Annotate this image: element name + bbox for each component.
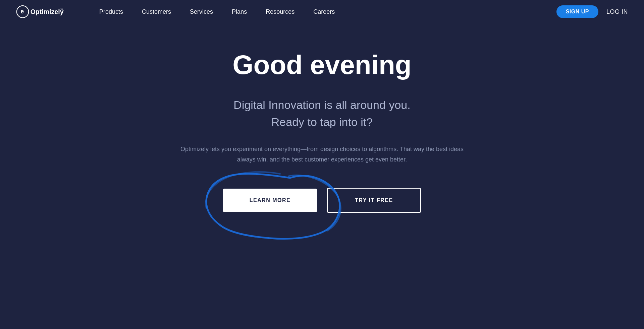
hero-subtitle: Digital Innovation is all around you. Re…	[233, 96, 410, 131]
nav-item-plans[interactable]: Plans	[222, 0, 256, 23]
optimizely-logo: e Optimizely ™	[16, 4, 70, 19]
svg-text:Optimizely: Optimizely	[31, 8, 64, 15]
signup-button[interactable]: SIGN UP	[556, 5, 598, 18]
nav-item-services[interactable]: Services	[180, 0, 222, 23]
hero-section: Good evening Digital Innovation is all a…	[0, 23, 644, 233]
hero-title: Good evening	[232, 50, 411, 80]
nav-item-customers[interactable]: Customers	[132, 0, 180, 23]
hero-description: Optimizely lets you experiment on everyt…	[178, 144, 466, 164]
nav-links: Products Customers Services Plans Resour…	[90, 0, 556, 23]
nav-item-resources[interactable]: Resources	[256, 0, 304, 23]
svg-text:e: e	[20, 8, 24, 15]
logo-link[interactable]: e Optimizely ™	[16, 4, 70, 19]
learn-more-button[interactable]: LEARN MORE	[223, 189, 317, 212]
nav-item-products[interactable]: Products	[90, 0, 132, 23]
try-free-button[interactable]: TRY IT FREE	[327, 188, 421, 213]
nav-actions: SIGN UP LOG IN	[556, 5, 628, 18]
login-button[interactable]: LOG IN	[606, 8, 628, 15]
nav-item-careers[interactable]: Careers	[304, 0, 344, 23]
cta-area: LEARN MORE TRY IT FREE	[223, 188, 421, 213]
navbar: e Optimizely ™ Products Customers Servic…	[0, 0, 644, 23]
svg-text:™: ™	[60, 8, 63, 11]
